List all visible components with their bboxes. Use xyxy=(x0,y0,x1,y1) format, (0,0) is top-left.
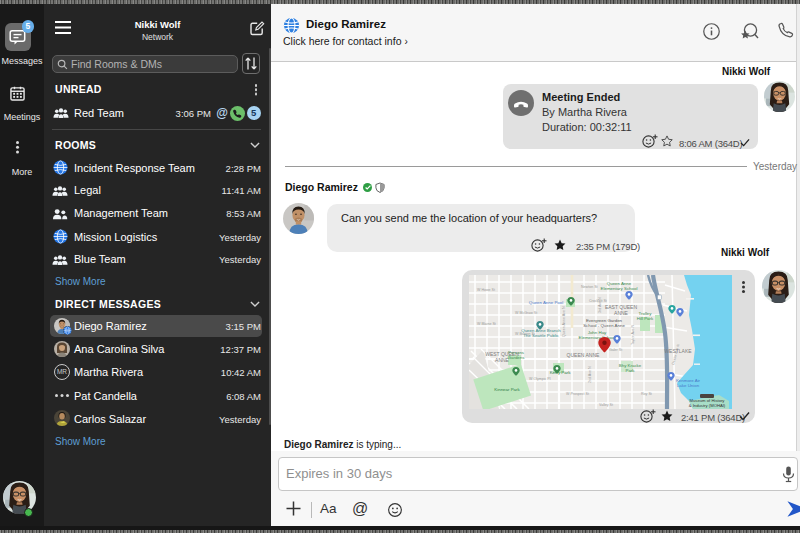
svg-text:Kerry Park: Kerry Park xyxy=(550,370,572,375)
svg-text:Elementary School: Elementary School xyxy=(579,335,616,340)
svg-text:Roy St: Roy St xyxy=(641,392,652,396)
svg-text:Lake Union: Lake Union xyxy=(677,383,700,388)
svg-text:Kinnear Park: Kinnear Park xyxy=(494,387,520,392)
svg-text:W Blaine St: W Blaine St xyxy=(477,322,496,326)
svg-text:2nd Ave N: 2nd Ave N xyxy=(588,366,592,383)
svg-text:3rd Ave N: 3rd Ave N xyxy=(598,297,602,313)
svg-text:Valley St: Valley St xyxy=(599,403,613,407)
svg-text:Elementary School: Elementary School xyxy=(601,286,638,291)
svg-text:& Industry (MOHAI): & Industry (MOHAI) xyxy=(689,403,726,408)
svg-text:QUEEN ANNE: QUEEN ANNE xyxy=(567,352,600,358)
svg-text:Taylor Ave N: Taylor Ave N xyxy=(631,324,635,345)
svg-text:W Howe St: W Howe St xyxy=(477,288,495,292)
svg-text:ANNE: ANNE xyxy=(614,310,629,316)
svg-text:W Boston St: W Boston St xyxy=(515,332,535,336)
svg-text:Park: Park xyxy=(625,368,635,373)
svg-text:Gardens: Gardens xyxy=(508,355,526,360)
svg-text:W Prospect St: W Prospect St xyxy=(566,392,589,396)
svg-text:Newton St: Newton St xyxy=(581,285,598,289)
svg-text:Queen Anne Pool: Queen Anne Pool xyxy=(529,300,563,305)
svg-text:School - Queen Anne: School - Queen Anne xyxy=(583,323,625,328)
svg-text:Galer St: Galer St xyxy=(609,348,622,352)
svg-text:Queen Anne Ave N: Queen Anne Ave N xyxy=(562,306,566,337)
svg-text:Hill Park: Hill Park xyxy=(637,316,654,321)
svg-text:W McGraw St: W McGraw St xyxy=(515,311,537,315)
svg-text:W Olympic Pl: W Olympic Pl xyxy=(529,377,551,381)
